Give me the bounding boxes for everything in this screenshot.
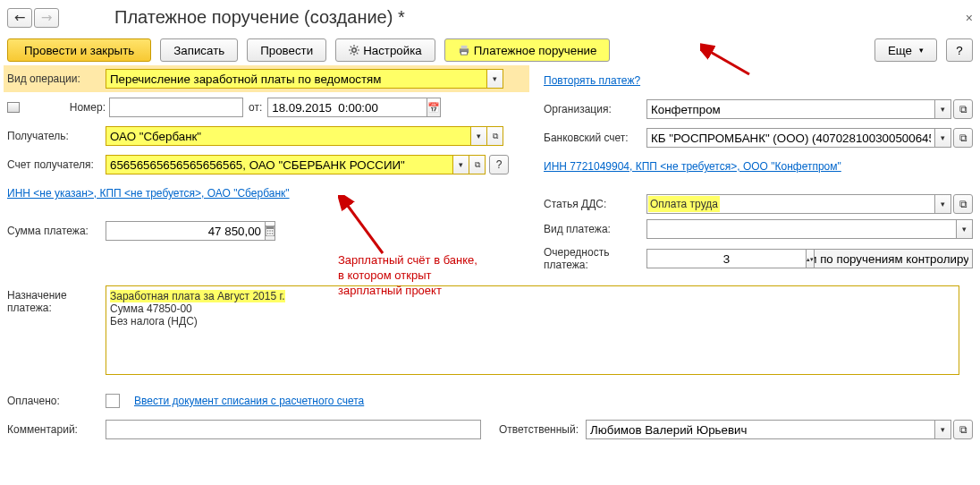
priority-label: Очередность платежа: (544, 246, 646, 271)
svg-rect-3 (460, 52, 467, 55)
paid-label: Оплачено: (7, 395, 106, 407)
purpose-line1: Заработная плата за Август 2015 г. (110, 290, 285, 302)
recipient-input[interactable] (106, 126, 471, 146)
writeoff-link[interactable]: Ввести документ списания с расчетного сч… (134, 395, 364, 407)
svg-point-7 (269, 230, 271, 232)
open-icon[interactable]: ⧉ (953, 128, 973, 148)
dds-input[interactable] (646, 194, 935, 214)
priority-num-input[interactable] (646, 249, 807, 268)
number-row: Номер: от: 📅 (7, 96, 526, 119)
operation-select[interactable] (106, 69, 487, 89)
save-button[interactable]: Записать (160, 38, 238, 62)
dropdown-icon[interactable]: ▾ (935, 99, 951, 119)
open-icon[interactable]: ⧉ (487, 126, 503, 146)
printer-icon (458, 45, 470, 55)
recipient-account-input[interactable] (106, 155, 453, 174)
calc-svg (266, 225, 275, 236)
date-input[interactable] (267, 98, 427, 117)
sum-label: Сумма платежа: (7, 225, 106, 237)
recipient-row: Получатель: ▾ ⧉ (7, 124, 526, 148)
payment-type-label: Вид платежа: (544, 223, 646, 235)
dropdown-icon[interactable]: ▾ (935, 194, 951, 214)
recipient-account-label: Счет получателя: (7, 158, 106, 171)
open-icon[interactable]: ⧉ (953, 420, 973, 439)
dropdown-icon[interactable]: ▾ (471, 126, 487, 146)
svg-rect-2 (460, 46, 467, 48)
number-label: Номер: (30, 101, 106, 114)
settings-label: Настройка (363, 44, 422, 57)
svg-point-9 (267, 233, 269, 234)
dropdown-icon[interactable]: ▾ (453, 155, 469, 174)
post-button[interactable]: Провести (247, 38, 326, 62)
organization-input[interactable] (646, 99, 935, 119)
svg-point-8 (272, 230, 274, 232)
purpose-line3: Без налога (НДС) (110, 315, 198, 328)
help-icon[interactable]: ? (489, 155, 509, 174)
dropdown-icon[interactable]: ▾ (487, 69, 503, 89)
svg-point-11 (272, 233, 274, 234)
comment-row: Комментарий: Ответственный: ▾ ⧉ (7, 418, 973, 441)
back-button[interactable]: 🡐 (7, 8, 32, 28)
payment-type-input[interactable] (646, 219, 957, 239)
purpose-label: Назначение платежа: (7, 285, 106, 314)
calendar-icon[interactable]: 📅 (427, 98, 441, 117)
toolbar: Провести и закрыть Записать Провести Нас… (7, 38, 973, 62)
operation-label: Вид операции: (7, 72, 106, 85)
purpose-line2: Сумма 47850-00 (110, 302, 192, 315)
forward-button[interactable]: 🡒 (34, 8, 59, 28)
paid-checkbox[interactable] (106, 394, 120, 408)
post-and-close-button[interactable]: Провести и закрыть (7, 38, 151, 62)
more-button[interactable]: Еще (874, 38, 937, 62)
payment-order-label: Платежное поручение (474, 44, 597, 57)
bank-account-label: Банковский счет: (544, 132, 646, 144)
sum-row: Сумма платежа: (7, 219, 526, 242)
recipient-account-row: Счет получателя: ▾ ⧉ ? (7, 153, 526, 176)
priority-row: Очередность платежа: ▴▾ (544, 246, 973, 271)
svg-rect-5 (266, 226, 274, 229)
dropdown-icon[interactable]: ▾ (935, 128, 951, 148)
bank-account-input[interactable] (646, 128, 935, 148)
dropdown-icon[interactable]: ▾ (957, 219, 973, 239)
repeat-row: Повторять платеж? (544, 69, 973, 92)
operation-row: Вид операции: ▾ (4, 65, 529, 92)
payment-type-row: Вид платежа: ▾ (544, 217, 973, 241)
purpose-row: Назначение платежа: Заработная плата за … (7, 285, 973, 375)
purpose-textarea[interactable]: Заработная плата за Август 2015 г. Сумма… (106, 285, 959, 375)
dds-label: Статья ДДС: (544, 198, 646, 210)
svg-point-0 (352, 48, 357, 53)
close-icon[interactable]: × (966, 11, 973, 25)
inn-sender-link[interactable]: ИНН <не указан>, КПП <не требуется>, ОАО… (7, 187, 290, 200)
date-from-label: от: (249, 101, 262, 114)
responsible-label: Ответственный: (499, 423, 579, 436)
calculator-icon[interactable] (266, 221, 275, 241)
bank-account-row: Банковский счет: ▾ ⧉ (544, 126, 973, 149)
form-icon[interactable] (7, 102, 20, 113)
responsible-input[interactable] (586, 420, 935, 439)
open-icon[interactable]: ⧉ (953, 99, 973, 119)
help-button[interactable]: ? (946, 38, 973, 62)
number-input[interactable] (109, 98, 243, 117)
svg-point-6 (267, 230, 269, 232)
inn-org-row: ИНН 7721049904, КПП <не требуется>, ООО … (544, 155, 973, 178)
organization-label: Организация: (544, 103, 646, 115)
title-bar: 🡐 🡒 Платежное поручение (создание) * × (7, 7, 973, 28)
spinner-icon[interactable]: ▴▾ (807, 249, 815, 268)
dds-row: Статья ДДС: ▾ ⧉ (544, 192, 973, 216)
svg-point-10 (269, 233, 271, 234)
sum-input[interactable] (106, 221, 266, 241)
open-icon[interactable]: ⧉ (469, 155, 486, 174)
comment-input[interactable] (106, 420, 481, 439)
page-title: Платежное поручение (создание) * (114, 7, 966, 28)
inn-org-link[interactable]: ИНН 7721049904, КПП <не требуется>, ООО … (544, 160, 841, 173)
gear-icon (349, 45, 359, 55)
inn-sender-row: ИНН <не указан>, КПП <не требуется>, ОАО… (7, 182, 526, 205)
dropdown-icon[interactable]: ▾ (935, 420, 951, 439)
paid-row: Оплачено: Ввести документ списания с рас… (7, 389, 973, 413)
settings-button[interactable]: Настройка (335, 38, 435, 62)
comment-label: Комментарий: (7, 423, 106, 436)
repeat-payment-link[interactable]: Повторять платеж? (544, 74, 640, 87)
org-row: Организация: ▾ ⧉ (544, 98, 973, 121)
open-icon[interactable]: ⧉ (953, 194, 973, 214)
recipient-label: Получатель: (7, 130, 106, 142)
payment-order-button[interactable]: Платежное поручение (444, 38, 611, 62)
